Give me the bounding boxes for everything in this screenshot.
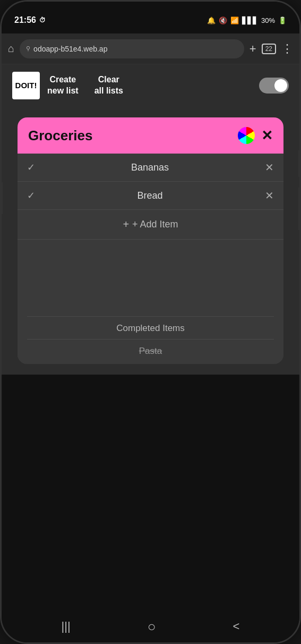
close-list-button[interactable]: ✕ bbox=[261, 129, 273, 142]
url-text: odoapp-b51e4.web.ap bbox=[33, 45, 107, 53]
completed-divider bbox=[27, 316, 274, 317]
item-delete-bananas[interactable]: ✕ bbox=[265, 161, 274, 174]
battery-icon: 🔋 bbox=[278, 16, 287, 24]
list-item: ✓ Bread ✕ bbox=[18, 182, 283, 210]
mute-icon: 🔇 bbox=[219, 16, 227, 24]
browser-url-bar[interactable]: ⚲ odoapp-b51e4.web.ap bbox=[20, 39, 244, 58]
signal-icon: ▋▋▋ bbox=[242, 16, 258, 24]
item-check-bread[interactable]: ✓ bbox=[27, 190, 35, 201]
create-new-list-button[interactable]: Createnew list bbox=[47, 74, 79, 97]
status-bar: 21:56 ⏱ 🔔 🔇 📶 ▋▋▋ 30% 🔋 bbox=[2, 2, 299, 33]
toggle-knob bbox=[274, 79, 287, 92]
list-item: ✓ Bananas ✕ bbox=[18, 154, 283, 182]
list-header-actions: ✕ bbox=[238, 127, 273, 144]
recent-apps-button[interactable]: ||| bbox=[62, 620, 71, 633]
empty-space bbox=[18, 240, 283, 309]
dark-mode-toggle[interactable] bbox=[259, 78, 289, 94]
wifi-icon: 📶 bbox=[230, 16, 239, 24]
add-item-label: + Add Item bbox=[132, 219, 178, 230]
browser-home-icon[interactable]: ⌂ bbox=[8, 43, 14, 55]
list-card: Groceries ✕ ✓ Bananas ✕ ✓ Bread ✕ bbox=[18, 117, 283, 364]
app-header: DO IT! Createnew list Clearall lists bbox=[2, 64, 299, 107]
list-items: ✓ Bananas ✕ ✓ Bread ✕ + + Add Item bbox=[18, 154, 283, 364]
item-label-bananas: Bananas bbox=[42, 162, 257, 173]
list-card-header: Groceries ✕ bbox=[18, 117, 283, 154]
completed-section: Completed Items Pasta bbox=[18, 309, 283, 364]
side-button-left bbox=[0, 182, 3, 214]
status-icons: 🔔 🔇 📶 ▋▋▋ 30% 🔋 bbox=[207, 16, 287, 24]
browser-menu-button[interactable]: ⋮ bbox=[281, 42, 293, 56]
add-tab-button[interactable]: + bbox=[250, 42, 256, 56]
main-area: Groceries ✕ ✓ Bananas ✕ ✓ Bread ✕ bbox=[2, 107, 299, 375]
add-item-button[interactable]: + + Add Item bbox=[18, 210, 283, 240]
time-display: 21:56 bbox=[14, 15, 36, 25]
browser-actions: + 22 ⋮ bbox=[250, 42, 293, 56]
item-label-bread: Bread bbox=[42, 190, 257, 201]
battery-level: 30% bbox=[261, 16, 275, 24]
list-title: Groceries bbox=[28, 128, 92, 144]
alarm-icon: 🔔 bbox=[207, 16, 216, 24]
home-button[interactable]: ○ bbox=[148, 618, 156, 635]
app-nav: Createnew list Clearall lists bbox=[40, 74, 259, 97]
clear-all-lists-button[interactable]: Clearall lists bbox=[94, 74, 123, 97]
bottom-nav: ||| ○ < bbox=[2, 611, 299, 642]
status-time: 21:56 ⏱ bbox=[14, 15, 46, 25]
item-check-bananas[interactable]: ✓ bbox=[27, 162, 35, 173]
side-button-volume bbox=[298, 150, 301, 177]
clock-icon: ⏱ bbox=[39, 16, 46, 24]
url-security-icon: ⚲ bbox=[26, 45, 30, 52]
app-logo: DO IT! bbox=[12, 72, 40, 99]
phone-frame: 21:56 ⏱ 🔔 🔇 📶 ▋▋▋ 30% 🔋 ⌂ ⚲ odoapp-b51e4… bbox=[0, 0, 301, 644]
color-palette-icon[interactable] bbox=[238, 127, 255, 144]
completed-heading: Completed Items bbox=[27, 323, 274, 334]
completed-item-pasta: Pasta bbox=[27, 346, 274, 357]
side-button-power bbox=[298, 188, 301, 230]
tab-count[interactable]: 22 bbox=[262, 44, 276, 54]
completed-divider-2 bbox=[27, 339, 274, 340]
back-button[interactable]: < bbox=[233, 620, 240, 633]
add-item-plus-icon: + bbox=[123, 218, 129, 231]
item-delete-bread[interactable]: ✕ bbox=[265, 189, 274, 202]
browser-bar: ⌂ ⚲ odoapp-b51e4.web.ap + 22 ⋮ bbox=[2, 33, 299, 64]
